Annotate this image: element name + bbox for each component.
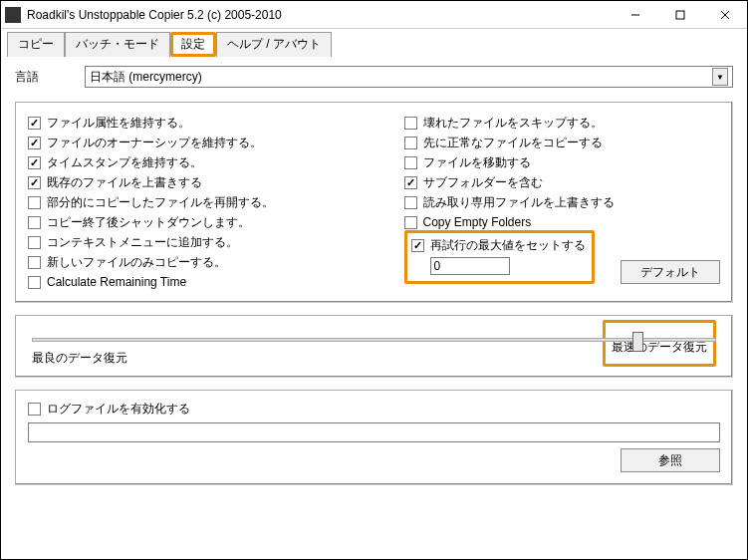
left-check-5-checkbox[interactable] xyxy=(28,216,41,229)
close-button[interactable] xyxy=(702,1,747,28)
right-check-0-checkbox[interactable] xyxy=(404,117,417,130)
right-check-3-label: サブフォルダーを含む xyxy=(423,174,543,191)
left-checks: ファイル属性を維持する。ファイルのオーナーシップを維持する。タイムスタンプを維持… xyxy=(28,113,345,292)
right-check-1-checkbox[interactable] xyxy=(404,137,417,149)
recovery-fast-label: 最速のデータ復元 xyxy=(612,340,707,354)
right-check-2-label: ファイルを移動する xyxy=(423,154,531,171)
left-check-8-label: Calculate Remaining Time xyxy=(47,275,186,289)
minimize-button[interactable] xyxy=(613,1,657,28)
left-check-3-label: 既存のファイルを上書きする xyxy=(47,174,202,191)
settings-panel: ファイル属性を維持する。ファイルのオーナーシップを維持する。タイムスタンプを維持… xyxy=(15,102,733,303)
tab-batch[interactable]: バッチ・モード xyxy=(65,32,170,57)
language-selected: 日本語 (mercymercy) xyxy=(90,69,202,86)
tab-settings[interactable]: 設定 xyxy=(170,32,216,57)
titlebar: Roadkil's Unstoppable Copier 5.2 (c) 200… xyxy=(1,1,747,29)
right-check-2-checkbox[interactable] xyxy=(404,156,417,169)
right-check-4-checkbox[interactable] xyxy=(404,196,417,209)
left-check-3-checkbox[interactable] xyxy=(28,176,41,189)
left-check-7-label: 新しいファイルのみコピーする。 xyxy=(47,254,226,271)
log-enable-label: ログファイルを有効化する xyxy=(47,401,190,418)
right-check-0-label: 壊れたファイルをスキップする。 xyxy=(423,115,603,132)
left-check-6-checkbox[interactable] xyxy=(28,236,41,249)
left-check-4-checkbox[interactable] xyxy=(28,196,41,209)
log-enable-checkbox[interactable] xyxy=(28,403,41,416)
left-check-2-label: タイムスタンプを維持する。 xyxy=(47,154,202,171)
left-check-5-label: コピー終了後シャットダウンします。 xyxy=(47,214,250,231)
left-check-2-checkbox[interactable] xyxy=(28,156,41,169)
window-title: Roadkil's Unstoppable Copier 5.2 (c) 200… xyxy=(27,8,613,22)
recovery-best-label: 最良のデータ復元 xyxy=(32,350,127,367)
content-area: 言語 日本語 (mercymercy) ▼ ファイル属性を維持する。ファイルのオ… xyxy=(1,56,747,559)
left-check-7-checkbox[interactable] xyxy=(28,256,41,269)
tab-copy[interactable]: コピー xyxy=(7,32,65,57)
dropdown-arrow-icon: ▼ xyxy=(712,68,728,86)
left-check-1-checkbox[interactable] xyxy=(28,137,41,149)
recovery-slider[interactable] xyxy=(32,338,716,342)
language-label: 言語 xyxy=(15,69,85,86)
left-check-0-checkbox[interactable] xyxy=(28,117,41,130)
left-check-8-checkbox[interactable] xyxy=(28,276,41,289)
right-check-4-label: 読み取り専用ファイルを上書きする xyxy=(423,194,615,211)
right-check-5-label: Copy Empty Folders xyxy=(423,215,532,229)
max-retry-input[interactable]: 0 xyxy=(430,257,510,275)
log-path-input[interactable] xyxy=(28,422,720,442)
slider-thumb[interactable] xyxy=(632,332,643,352)
left-check-0-label: ファイル属性を維持する。 xyxy=(47,115,190,132)
max-retry-label: 再試行の最大値をセットする xyxy=(430,237,586,254)
left-check-6-label: コンテキストメニューに追加する。 xyxy=(47,234,238,251)
recovery-fast-highlight: 最速のデータ復元 xyxy=(603,320,716,367)
right-checks: 壊れたファイルをスキップする。先に正常なファイルをコピーするファイルを移動するサ… xyxy=(404,113,721,292)
right-check-1-label: 先に正常なファイルをコピーする xyxy=(423,135,603,151)
app-icon xyxy=(5,7,21,23)
tab-help[interactable]: ヘルプ / アバウト xyxy=(216,32,332,57)
left-check-1-label: ファイルのオーナーシップを維持する。 xyxy=(47,135,262,151)
default-button[interactable]: デフォルト xyxy=(621,260,720,284)
right-check-3-checkbox[interactable] xyxy=(404,176,417,189)
log-panel: ログファイルを有効化する 参照 xyxy=(15,390,733,485)
language-select[interactable]: 日本語 (mercymercy) ▼ xyxy=(85,66,733,88)
right-check-5-checkbox[interactable] xyxy=(404,216,417,229)
max-retry-checkbox[interactable] xyxy=(411,239,424,252)
maximize-button[interactable] xyxy=(657,1,702,28)
recovery-panel: 最良のデータ復元 最速のデータ復元 xyxy=(15,315,733,378)
app-window: Roadkil's Unstoppable Copier 5.2 (c) 200… xyxy=(0,0,748,560)
max-retry-highlight: 再試行の最大値をセットする 0 xyxy=(404,230,595,284)
left-check-4-label: 部分的にコピーしたファイルを再開する。 xyxy=(47,194,274,211)
tab-bar: コピー バッチ・モード 設定 ヘルプ / アバウト xyxy=(1,29,747,56)
svg-rect-1 xyxy=(676,11,684,19)
browse-button[interactable]: 参照 xyxy=(621,448,720,472)
